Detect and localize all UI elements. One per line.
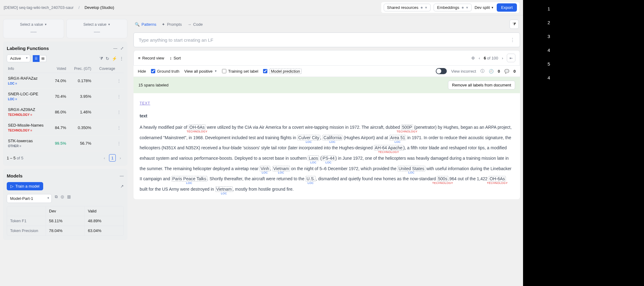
more-icon[interactable]: ⋮	[510, 37, 515, 43]
tab-prompts[interactable]: ✦Prompts	[162, 22, 182, 27]
collapse-icon[interactable]: —	[120, 174, 124, 178]
bolt-icon[interactable]: ⚡	[112, 56, 117, 61]
lf-table: Info Voted Prec. (GT) Coverage SRGX-RAFA…	[7, 65, 124, 151]
page-next[interactable]: ›	[117, 154, 124, 162]
labeled-span[interactable]: United StatesLOC	[397, 166, 425, 171]
tab-code[interactable]: →Code	[187, 22, 203, 27]
lf-row[interactable]: SNER-LOC-GPELOC ≡70.4%3.95%⋮	[7, 89, 124, 104]
more-icon[interactable]: ⋮	[115, 110, 122, 114]
labeled-span[interactable]: Paris Peace TalksLOC	[171, 176, 207, 181]
training-set-checkbox[interactable]: Training set label	[222, 69, 258, 74]
more-icon[interactable]: ⋮	[115, 78, 122, 83]
labeled-span[interactable]: CaliforniaLOC	[322, 135, 342, 140]
more-icon[interactable]: ⋮	[115, 94, 122, 99]
labeled-span[interactable]: VietnamLOC	[215, 187, 233, 192]
labeled-span[interactable]: 500sTECHNOLOGY	[437, 176, 448, 181]
doc-body[interactable]: A heavily modified pair of OH-6AsTECHNOL…	[140, 122, 514, 194]
filter-button[interactable]: ⧩	[510, 20, 519, 29]
model-prediction-checkbox[interactable]: Model prediction	[263, 69, 301, 74]
view-incorrect-toggle[interactable]	[436, 68, 447, 74]
guide-number: 5	[548, 61, 644, 67]
filter-icon[interactable]: ⧩	[100, 56, 103, 61]
labeled-span[interactable]: PS-44LOC	[322, 156, 335, 161]
info-icon[interactable]: ⓘ	[480, 68, 484, 74]
target-icon[interactable]: ◎	[61, 194, 64, 199]
models-panel-title: Models	[7, 173, 23, 178]
split-select[interactable]: Dev split▼	[475, 5, 494, 10]
guide-number: 2	[548, 20, 644, 25]
sort-toggle[interactable]: ↕Sort	[170, 56, 181, 60]
models-panel: Models — ▷Train a model ↗ Model-Part-1 ⧉…	[3, 169, 127, 240]
lf-panel-title: Labeling Functions	[7, 46, 49, 51]
lf-panel: Labeling Functions — ⤢ Active ☰ ▤ ⧩ ↻ ⚡	[3, 41, 127, 166]
collapse-right-icon[interactable]: ⇤	[507, 54, 515, 62]
labeled-span[interactable]: U.S.LOC	[306, 176, 316, 181]
ground-truth-checkbox[interactable]: Ground truth	[151, 69, 179, 74]
arrow-icon: →	[187, 22, 191, 27]
sort-icon: ↕	[170, 56, 172, 60]
value-selector-1[interactable]: Select a value ▼––	[3, 19, 64, 38]
columns-icon[interactable]: ▥	[67, 194, 71, 199]
doc-heading: text	[140, 111, 514, 121]
labeled-span[interactable]: Culver CityLOC	[297, 135, 320, 140]
value-selector-2[interactable]: Select a value ▼––	[66, 19, 127, 38]
page-prev[interactable]: ‹	[101, 154, 108, 162]
view-grid-icon[interactable]: ▤	[40, 55, 46, 62]
view-positive-select[interactable]: View all positive ▼	[184, 69, 217, 74]
labeled-span[interactable]: VinhLOC	[260, 166, 270, 171]
document-view[interactable]: TEXT text A heavily modified pair of OH-…	[134, 93, 520, 199]
text-link[interactable]: TEXT	[140, 101, 150, 105]
clock-icon: 🕘	[489, 69, 494, 74]
view-list-icon[interactable]: ☰	[33, 55, 40, 62]
collapse-icon[interactable]: —	[113, 46, 117, 51]
refresh-icon[interactable]: ↻	[106, 56, 109, 61]
lf-row[interactable]: STK-lowercasOTHER ≡99.5%56.7%⋮	[7, 135, 124, 151]
copy-icon[interactable]: ⧉	[55, 194, 58, 199]
export-button[interactable]: Export	[497, 3, 517, 12]
guide-number: 3	[548, 34, 644, 39]
spans-count: 15 spans labeled	[138, 83, 168, 87]
tabs: 🔍Patterns ✦Prompts →Code ⧩	[134, 19, 520, 29]
record-next[interactable]: ›	[502, 56, 503, 60]
labeled-span[interactable]: Area 51LOC	[389, 135, 406, 140]
embeddings-select[interactable]: Embeddings▾	[434, 4, 471, 11]
labeled-span[interactable]: OH-6AsTECHNOLOGY	[189, 125, 206, 130]
labeled-span[interactable]: VietnamLOC	[273, 166, 290, 171]
record-prev[interactable]: ‹	[479, 56, 480, 60]
record-number: 6 of 100	[484, 56, 498, 60]
more-icon[interactable]: ⋮	[119, 56, 124, 61]
gear-icon[interactable]: ⚙	[471, 56, 475, 60]
hide-button[interactable]: Hide	[138, 69, 146, 74]
breadcrumb-project[interactable]: [DEMO] seq-tag-wiki-tech_240703-saur	[4, 5, 73, 10]
lf-row[interactable]: SRGX-RAFAZazLOC ≡74.0%0.178%⋮	[7, 73, 124, 89]
record-view-toggle[interactable]: ≡Record view	[138, 56, 164, 60]
list-icon: ≡	[138, 56, 141, 60]
lf-input[interactable]: Type anything to start creating an LF ⋮	[134, 32, 520, 47]
open-icon[interactable]: ↗	[120, 184, 124, 189]
search-icon: 🔍	[135, 22, 140, 27]
more-icon[interactable]: ⋮	[115, 141, 122, 146]
labeled-span[interactable]: OH-6AsTECHNOLOGY	[489, 176, 506, 181]
comment-icon[interactable]: 💬	[504, 69, 509, 74]
metric-row: Token F158.11%48.89%	[7, 216, 123, 226]
labeled-span[interactable]: 500PTECHNOLOGY	[401, 125, 413, 130]
guide-number: 4	[548, 75, 644, 80]
lf-row[interactable]: SRGX-AZ09AZTECHNOLOGY ≡86.0%1.46%⋮	[7, 104, 124, 120]
more-icon[interactable]: ⋮	[115, 125, 122, 130]
shared-resources-select[interactable]: Shared resources▾	[384, 4, 431, 11]
breadcrumb-sep: /	[78, 5, 80, 10]
model-select[interactable]: Model-Part-1	[7, 194, 52, 203]
tab-patterns[interactable]: 🔍Patterns	[135, 22, 156, 27]
expand-icon[interactable]: ⤢	[120, 46, 124, 51]
remove-labels-button[interactable]: Remove all labels from document	[448, 81, 515, 90]
labeled-span[interactable]: LaosLOC	[308, 156, 319, 161]
play-icon: ▷	[10, 184, 13, 189]
lf-state-select[interactable]: Active	[7, 55, 30, 62]
model-metrics-table: DevValid Token F158.11%48.89%Token Preci…	[7, 206, 124, 236]
lf-row[interactable]: SED-Missile-NamesTECHNOLOGY ≡84.7%0.350%…	[7, 120, 124, 135]
train-model-button[interactable]: ▷Train a model	[7, 182, 43, 190]
metric-row: Token Precision78.04%63.04%	[7, 226, 123, 235]
page-1[interactable]: 1	[109, 154, 116, 162]
right-strip: 123454	[523, 0, 644, 286]
labeled-span[interactable]: AH-64 ApacheTECHNOLOGY	[374, 145, 403, 151]
